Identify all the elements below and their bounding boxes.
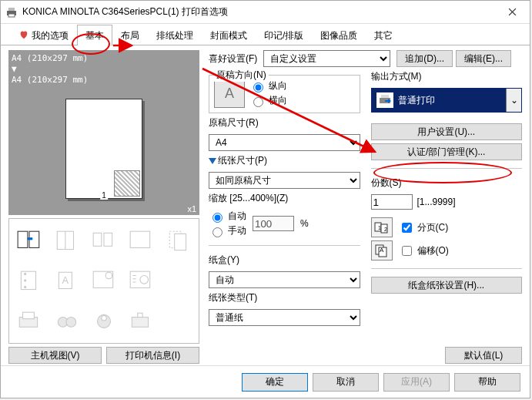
output-method-value: 普通打印 — [398, 94, 435, 107]
output-method-select[interactable]: 普通打印 ⌄ — [371, 88, 523, 113]
help-button[interactable]: 帮助 — [454, 373, 520, 392]
svg-rect-1 — [8, 8, 15, 11]
preview-size-in: A4 (210x297 mm) — [12, 75, 196, 86]
output-method-label: 输出方式(M) — [371, 70, 523, 83]
svg-text:2: 2 — [384, 227, 387, 232]
preview-page-thumb: 1 — [65, 99, 142, 199]
user-settings-button[interactable]: 用户设置(U)... — [371, 123, 523, 140]
feature-icon[interactable]: A — [54, 269, 80, 292]
preview-page-number: 1 — [100, 191, 108, 200]
svg-rect-7 — [93, 233, 102, 246]
close-button[interactable] — [494, 1, 530, 23]
tab-label: 基本 — [85, 30, 104, 41]
tab-quality[interactable]: 图像品质 — [312, 25, 366, 45]
orientation-label: 原稿方向(N) — [214, 69, 269, 82]
favorites-add-button[interactable]: 追加(D)... — [396, 50, 453, 67]
printer-info-button[interactable]: 打印机信息(I) — [106, 347, 199, 364]
zoom-value-input[interactable] — [253, 216, 294, 231]
titlebar: KONICA MINOLTA C364SeriesPCL(1) 打印首选项 — [1, 1, 530, 24]
default-values-button[interactable]: 默认值(L) — [445, 347, 522, 364]
orientation-group: 原稿方向(N) A 纵向 横向 — [209, 75, 360, 113]
svg-rect-11 — [174, 234, 186, 250]
feature-icon[interactable] — [91, 269, 117, 292]
tray-label: 纸盒(Y) — [209, 254, 360, 267]
svg-rect-3 — [18, 231, 28, 247]
orig-size-label: 原稿尺寸(R) — [209, 116, 360, 129]
preview-size-out: A4 (210x297 mm) — [12, 53, 196, 64]
svg-rect-30 — [381, 95, 389, 98]
copies-range: [1...9999] — [417, 197, 456, 207]
favorites-select[interactable]: 自定义设置 — [263, 50, 390, 67]
zoom-pct-label: % — [300, 218, 309, 229]
tab-bar: 我的选项 基本 布局 排纸处理 封面模式 印记/排版 图像品质 其它 — [1, 24, 530, 45]
feature-thumb-grid: A — [8, 218, 199, 344]
auth-dept-button[interactable]: 认证/部门管理(K)... — [371, 143, 523, 160]
feature-icon[interactable] — [91, 310, 117, 333]
collate-checkbox[interactable]: 分页(C) — [399, 220, 449, 235]
feature-icon[interactable] — [16, 269, 42, 292]
svg-point-13 — [24, 273, 26, 275]
printer-small-icon — [376, 92, 393, 108]
heart-icon — [18, 29, 29, 40]
favorites-edit-button[interactable]: 编辑(E)... — [456, 50, 511, 67]
svg-rect-28 — [132, 317, 149, 327]
offset-checkbox[interactable]: 偏移(O) — [399, 244, 449, 258]
svg-point-14 — [24, 280, 26, 282]
paper-type-select[interactable]: 普通纸 — [209, 309, 360, 326]
preview-panel: A4 (210x297 mm) ▼ A4 (210x297 mm) 1 x1 — [8, 50, 199, 364]
copies-input[interactable] — [371, 194, 413, 210]
tab-label: 布局 — [121, 30, 139, 41]
copies-label: 份数(S) — [371, 176, 523, 190]
zoom-auto-radio[interactable]: 自动 — [209, 210, 246, 223]
collate-icon: 12 — [371, 217, 393, 237]
tab-basic[interactable]: 基本 — [77, 25, 112, 45]
feature-icon[interactable] — [54, 229, 80, 252]
zoom-manual-radio[interactable]: 手动 — [209, 224, 246, 237]
tab-label: 其它 — [374, 30, 393, 41]
tab-layout[interactable]: 布局 — [112, 25, 148, 45]
tab-other[interactable]: 其它 — [366, 25, 401, 45]
down-arrow-icon — [209, 158, 216, 164]
tab-cover-mode[interactable]: 封面模式 — [202, 25, 256, 45]
feature-icon[interactable] — [166, 229, 192, 252]
tab-stamp[interactable]: 印记/排版 — [256, 25, 312, 45]
feature-icon[interactable] — [128, 310, 154, 333]
tab-label: 我的选项 — [32, 30, 69, 41]
svg-rect-2 — [8, 14, 15, 17]
svg-point-15 — [24, 286, 26, 288]
tab-my-options[interactable]: 我的选项 — [10, 25, 77, 45]
tab-label: 印记/排版 — [264, 30, 303, 41]
orientation-thumb: A — [214, 79, 245, 108]
feature-icon[interactable] — [128, 229, 154, 252]
feature-icon[interactable] — [54, 310, 80, 333]
landscape-radio[interactable]: 横向 — [249, 94, 287, 107]
feature-icon[interactable] — [16, 310, 42, 333]
svg-point-27 — [102, 315, 106, 320]
window-title: KONICA MINOLTA C364SeriesPCL(1) 打印首选项 — [22, 5, 494, 18]
svg-text:A: A — [380, 247, 384, 254]
feature-icon[interactable] — [91, 229, 117, 252]
feature-icon[interactable] — [16, 229, 42, 252]
tray-paper-setting-button[interactable]: 纸盒纸张设置(H)... — [371, 277, 523, 294]
apply-button[interactable]: 应用(A) — [383, 373, 450, 392]
feature-icon[interactable] — [128, 269, 154, 292]
svg-rect-8 — [104, 233, 112, 246]
chevron-down-icon: ⌄ — [506, 89, 521, 112]
svg-rect-18 — [93, 272, 113, 288]
orig-size-select[interactable]: A4 — [209, 134, 360, 151]
preview-area: A4 (210x297 mm) ▼ A4 (210x297 mm) 1 x1 — [8, 50, 199, 215]
tray-select[interactable]: 自动 — [209, 271, 360, 288]
tab-paper-handling[interactable]: 排纸处理 — [148, 25, 202, 45]
svg-rect-23 — [23, 312, 35, 319]
paper-type-label: 纸张类型(T) — [209, 291, 360, 304]
cancel-button[interactable]: 取消 — [313, 373, 379, 392]
svg-text:A: A — [62, 275, 69, 287]
zoom-label: 缩放 [25...400%](Z) — [209, 192, 360, 205]
paper-size-select[interactable]: 如同原稿尺寸 — [209, 172, 360, 189]
ok-button[interactable]: 确定 — [242, 373, 308, 392]
favorites-label: 喜好设置(F) — [209, 52, 257, 66]
svg-rect-12 — [22, 272, 36, 290]
tab-label: 封面模式 — [210, 30, 247, 41]
svg-point-25 — [66, 317, 76, 327]
host-view-button[interactable]: 主机视图(V) — [8, 347, 102, 364]
